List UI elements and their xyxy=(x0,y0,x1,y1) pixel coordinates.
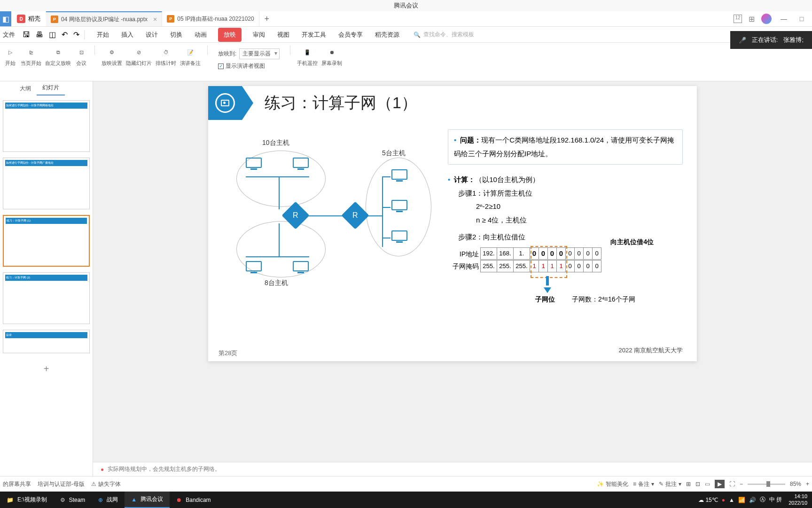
status-bar: 的屏幕共享 培训与认证部-母版 ⚠ 缺失字体 ✨智能美化 ≡备注 ▾ ✎批注 ▾… xyxy=(0,476,812,492)
zoom-in-button[interactable]: + xyxy=(806,481,809,487)
preview-icon[interactable]: ◫ xyxy=(49,30,56,39)
problem-box: •问题：现有一个C类网络地址段192.168.1.0/24，请使用可变长子网掩码… xyxy=(448,129,683,165)
grid-icon[interactable]: ⊞ xyxy=(749,15,755,24)
slide-thumbnail[interactable]: 如何进行子网划分 - 计算子网网络地址 xyxy=(3,100,90,152)
file-tab-1[interactable]: P 04 网络层协议及IP编址 -nuaa.pptx × xyxy=(46,11,162,26)
ime-indicator[interactable]: 中 拼 xyxy=(769,496,782,504)
clock[interactable]: 14:10 2022/10 xyxy=(786,493,807,506)
tray-icon[interactable]: 🔊 xyxy=(749,497,756,503)
menu-bar: 文件 🖫 🖶 ◫ ↶ ↷ 开始 插入 设计 切换 动画 放映 审阅 视图 开发工… xyxy=(0,27,812,43)
close-icon[interactable]: × xyxy=(153,16,157,23)
meeting-button[interactable]: ⊡会议 xyxy=(73,46,90,81)
file-tab-2[interactable]: P 05 IP路由基础-nuaa 20221020 xyxy=(162,11,259,26)
custom-show-button[interactable]: ⧉自定义放映 xyxy=(43,46,73,81)
print-icon[interactable]: 🖶 xyxy=(36,31,43,39)
document-tab-bar: ◧ D 稻壳 P 04 网络层协议及IP编址 -nuaa.pptx × P 05… xyxy=(0,11,812,27)
view-reading-icon[interactable]: ▭ xyxy=(705,481,710,487)
rehearse-button[interactable]: ⏱排练计时 xyxy=(154,46,178,81)
slides-tab[interactable]: 幻灯片 xyxy=(37,81,65,95)
task-item[interactable]: ⚙Steam xyxy=(54,492,92,508)
file-menu[interactable]: 文件 xyxy=(3,31,15,39)
menu-vip[interactable]: 会员专享 xyxy=(337,28,364,42)
play-from-start-button[interactable]: ▷开始 xyxy=(2,46,19,81)
avatar[interactable] xyxy=(761,14,772,24)
screen-record-button[interactable]: ⏺屏幕录制 xyxy=(320,46,344,81)
missing-fonts-button[interactable]: ⚠ 缺失字体 xyxy=(91,480,121,488)
docer-tab[interactable]: D 稻壳 xyxy=(11,11,46,26)
beautify-button[interactable]: ✨智能美化 xyxy=(597,480,628,488)
ppt-icon: P xyxy=(167,15,174,23)
fit-icon[interactable]: ⛶ xyxy=(729,481,735,487)
menu-insert[interactable]: 插入 xyxy=(120,28,134,42)
subnet-label: 子网位 xyxy=(535,293,555,306)
slide-thumbnail-current[interactable]: 练习：计算子网 (1) xyxy=(3,215,90,267)
add-tab-button[interactable]: + xyxy=(259,11,274,26)
layout-icon[interactable]: 12 xyxy=(734,15,742,23)
tray-icon[interactable]: ▲ xyxy=(729,497,734,503)
share-indicator: 的屏幕共享 xyxy=(3,480,31,488)
task-item-active[interactable]: ▲腾讯会议 xyxy=(125,492,170,508)
menu-design[interactable]: 设计 xyxy=(145,28,159,42)
view-slideshow-icon[interactable]: ▶ xyxy=(715,480,725,488)
maximize-button[interactable]: □ xyxy=(796,15,807,23)
save-icon[interactable]: 🖫 xyxy=(23,31,30,39)
menu-view[interactable]: 视图 xyxy=(276,28,290,42)
show-settings-button[interactable]: ⚙放映设置 xyxy=(100,46,124,81)
slide-thumbnail[interactable]: 目录 xyxy=(3,330,90,353)
view-sorter-icon[interactable]: ⊡ xyxy=(695,481,700,487)
zoom-slider[interactable] xyxy=(748,484,785,485)
search-box[interactable]: 🔍 查找命令、搜索模板 xyxy=(414,31,474,39)
home-tab[interactable]: ◧ xyxy=(0,11,11,26)
tray-icon[interactable]: ● xyxy=(722,497,725,503)
windows-taskbar: 📁E:\视频录制 ⚙Steam ⊕战网 ▲腾讯会议 ⏺Bandicam ☁ 15… xyxy=(0,492,812,508)
step1: 步骤1：计算所需主机位 xyxy=(448,187,683,200)
page-number: 第28页 xyxy=(219,349,237,357)
menu-docer[interactable]: 稻壳资源 xyxy=(374,28,400,42)
redo-icon[interactable]: ↷ xyxy=(73,30,79,39)
network-diagram: 10台主机 8台主机 5台主机 xyxy=(222,129,448,352)
presenter-view-checkbox[interactable]: ✓ 显示演讲者视图 xyxy=(218,62,280,70)
subnet-count: 子网数：2⁴=16个子网 xyxy=(572,293,635,306)
task-item[interactable]: 📁E:\视频录制 xyxy=(0,492,54,508)
zoom-level[interactable]: 85% xyxy=(790,481,801,487)
notes-bar[interactable]: ●实际网络规划中，会先规划主机多的子网络。 xyxy=(93,462,812,476)
play-current-button[interactable]: ⊵当页开始 xyxy=(19,46,43,81)
menu-start[interactable]: 开始 xyxy=(96,28,110,42)
tray-icon[interactable]: 📶 xyxy=(738,497,745,503)
minimize-button[interactable]: — xyxy=(778,15,789,23)
menu-animation[interactable]: 动画 xyxy=(194,28,208,42)
view-normal-icon[interactable]: ⊞ xyxy=(686,481,691,487)
menu-dev[interactable]: 开发工具 xyxy=(301,28,327,42)
notes-button[interactable]: ≡备注 ▾ xyxy=(633,480,654,488)
weather-widget[interactable]: ☁ 15℃ xyxy=(698,497,718,503)
borrow-annotation: 向主机位借4位 xyxy=(610,236,654,248)
phone-remote-button[interactable]: 📱手机遥控 xyxy=(295,46,320,81)
formula: n ≥ 4位，主机位 xyxy=(448,214,683,227)
display-select[interactable]: 主要显示器 xyxy=(239,48,280,59)
task-item[interactable]: ⊕战网 xyxy=(92,492,125,508)
window-title: 腾讯会议 xyxy=(394,2,418,9)
task-item[interactable]: ⏺Bandicam xyxy=(170,492,217,508)
docer-icon: D xyxy=(17,15,25,23)
menu-transition[interactable]: 切换 xyxy=(169,28,183,42)
speaking-indicator: 🎤 正在讲话: 张雅博; xyxy=(730,31,812,49)
ppt-icon: P xyxy=(51,16,58,23)
menu-slideshow[interactable]: 放映 xyxy=(218,28,242,42)
slide-thumbnail[interactable]: 如何进行子网划分 - 计算子网广播地址 xyxy=(3,158,90,209)
undo-icon[interactable]: ↶ xyxy=(62,30,68,39)
slide-canvas[interactable]: 练习：计算子网（1） 10台主机 8台主机 5台主机 xyxy=(208,86,697,361)
slide-panel: 大纲 幻灯片 如何进行子网划分 - 计算子网网络地址 如何进行子网划分 - 计算… xyxy=(0,81,93,476)
hide-slide-button[interactable]: ⊘隐藏幻灯片 xyxy=(124,46,154,81)
add-slide-button[interactable]: + xyxy=(3,359,90,379)
outline-tab[interactable]: 大纲 xyxy=(14,82,37,95)
zoom-out-button[interactable]: − xyxy=(740,481,743,487)
formula: 2ⁿ-2≥10 xyxy=(448,200,683,214)
menu-review[interactable]: 审阅 xyxy=(252,28,266,42)
play-to-label: 放映到: xyxy=(218,50,236,58)
window-title-bar: 腾讯会议 xyxy=(0,0,812,11)
tray-icon[interactable]: Ⓐ xyxy=(760,496,765,504)
comments-button[interactable]: ✎批注 ▾ xyxy=(659,480,681,488)
slide-title: 练习：计算子网（1） xyxy=(265,92,417,114)
slide-thumbnail[interactable]: 练习：计算子网 (2) xyxy=(3,272,90,324)
speaker-notes-button[interactable]: 📝演讲备注 xyxy=(178,46,203,81)
